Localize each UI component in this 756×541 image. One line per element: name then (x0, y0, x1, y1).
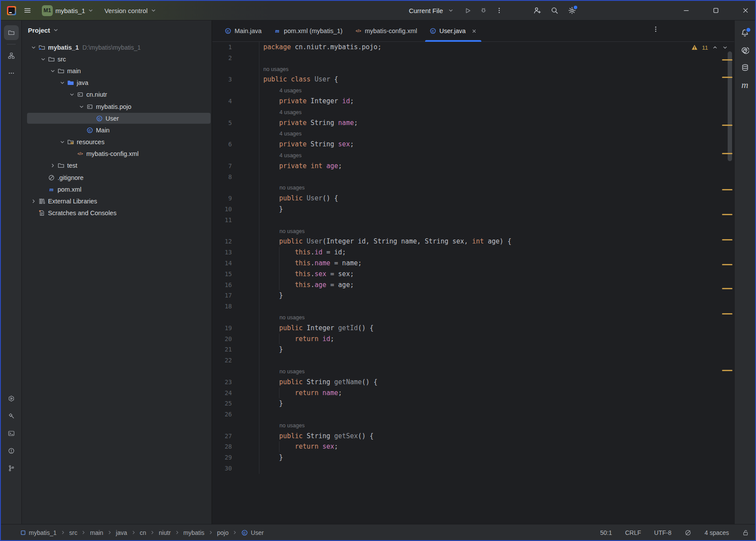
breadcrumb-item-mybatis-1[interactable]: mybatis_1 (20, 529, 57, 536)
code-line[interactable]: 30 (212, 463, 734, 474)
code-hint-row[interactable]: 4 usages (212, 107, 734, 118)
warning-stripe-mark[interactable] (722, 288, 732, 289)
build-tool-window-button[interactable] (4, 409, 19, 423)
line-number[interactable]: 3 (212, 74, 232, 85)
usages-hint-label[interactable]: no usages (263, 226, 305, 237)
warning-stripe-mark[interactable] (722, 125, 732, 126)
highlighting-level-icon[interactable] (684, 529, 691, 536)
maximize-button[interactable] (707, 2, 725, 19)
project-widget[interactable]: M1 mybatis_1 (39, 3, 97, 18)
line-ending[interactable]: CRLF (625, 529, 641, 536)
code-text[interactable]: private String name; (259, 118, 734, 128)
line-number[interactable]: 14 (212, 258, 232, 269)
code-text[interactable] (259, 301, 734, 312)
line-number[interactable]: 18 (212, 301, 232, 312)
code-hint-row[interactable]: 4 usages (212, 128, 734, 139)
code-line[interactable]: 3public class User { (212, 74, 734, 85)
tab-options-icon[interactable] (652, 26, 659, 33)
tree-item-java[interactable]: java (22, 77, 211, 89)
usages-hint[interactable]: no usages (259, 366, 734, 377)
code-hint-row[interactable]: 4 usages (212, 85, 734, 96)
code-text[interactable]: this.sex = sex; (259, 269, 734, 280)
usages-hint[interactable]: 4 usages (259, 150, 734, 161)
code-text[interactable] (259, 172, 734, 183)
code-text[interactable]: private Integer id; (259, 96, 734, 107)
code-text[interactable]: public User() { (259, 193, 734, 204)
breadcrumb-item-java[interactable]: java (116, 529, 127, 536)
warning-stripe-mark[interactable] (722, 313, 732, 314)
code-line[interactable]: 22 (212, 355, 734, 366)
code-line[interactable]: 16 this.age = age; (212, 280, 734, 291)
usages-hint-label[interactable]: 4 usages (263, 107, 302, 118)
breadcrumb-item-user[interactable]: CUser (241, 529, 264, 536)
line-number[interactable]: 1 (212, 42, 232, 53)
tree-item-main[interactable]: CMain (22, 124, 211, 136)
warning-stripe-mark[interactable] (722, 264, 732, 265)
tree-item-src[interactable]: src (22, 53, 211, 65)
line-number[interactable]: 19 (212, 323, 232, 334)
code-text[interactable]: return name; (259, 388, 734, 399)
usages-hint[interactable]: no usages (259, 420, 734, 431)
code-text[interactable]: this.name = name; (259, 258, 734, 269)
code-line[interactable]: 20 return id; (212, 334, 734, 345)
usages-hint-label[interactable]: no usages (263, 183, 305, 193)
code-line[interactable]: 10 } (212, 204, 734, 215)
code-line[interactable]: 5 private String name; (212, 118, 734, 128)
close-button[interactable] (737, 2, 754, 19)
chevron-down-icon[interactable] (58, 139, 67, 145)
code-text[interactable]: public Integer getId() { (259, 323, 734, 334)
code-line[interactable]: 4 private Integer id; (212, 96, 734, 107)
breadcrumb-item-niutr[interactable]: niutr (159, 529, 170, 536)
file-encoding[interactable]: UTF-8 (654, 529, 671, 536)
line-number[interactable]: 9 (212, 193, 232, 204)
line-number[interactable]: 7 (212, 161, 232, 172)
code-text[interactable]: private int age; (259, 161, 734, 172)
usages-hint[interactable]: 4 usages (259, 107, 734, 118)
tab-mybatis-config-xml[interactable]: </>mybatis-config.xml (349, 20, 423, 41)
code-text[interactable]: this.id = id; (259, 247, 734, 258)
usages-hint-label[interactable]: 4 usages (263, 128, 302, 139)
line-number[interactable]: 25 (212, 398, 232, 409)
breadcrumb-item-main[interactable]: main (90, 529, 103, 536)
indent-style[interactable]: 4 spaces (705, 529, 729, 536)
code-line[interactable]: 7 private int age; (212, 161, 734, 172)
tree-item-main[interactable]: main (22, 65, 211, 77)
breadcrumb-item-src[interactable]: src (69, 529, 78, 536)
warning-stripe-mark[interactable] (722, 189, 732, 190)
code-text[interactable]: public String getName() { (259, 377, 734, 388)
tree-item-pom-xml[interactable]: mpom.xml (22, 183, 211, 195)
chevron-down-icon[interactable] (38, 56, 48, 62)
tree-item-user[interactable]: CUser (22, 112, 211, 124)
code-line[interactable]: 28 return sex; (212, 441, 734, 452)
code-text[interactable] (259, 355, 734, 366)
usages-hint[interactable]: no usages (259, 64, 734, 74)
main-menu-icon[interactable] (20, 4, 34, 17)
tree-item-test[interactable]: test (22, 160, 211, 172)
line-number[interactable]: 15 (212, 269, 232, 280)
problems-tool-window-button[interactable] (4, 443, 19, 458)
code-line[interactable]: 8 (212, 172, 734, 183)
usages-hint[interactable]: 4 usages (259, 128, 734, 139)
code-text[interactable]: public class User { (259, 74, 734, 85)
usages-hint-label[interactable]: no usages (263, 366, 305, 377)
project-tool-window-button[interactable] (4, 25, 19, 40)
line-number[interactable]: 5 (212, 118, 232, 128)
line-number[interactable]: 17 (212, 290, 232, 301)
warning-stripe-mark[interactable] (722, 59, 732, 61)
previous-warning-icon[interactable] (712, 44, 718, 51)
maven-button[interactable]: m (738, 78, 753, 92)
tab-user-java[interactable]: CUser.java (423, 20, 483, 41)
settings-gear-icon[interactable] (566, 4, 578, 17)
code-text[interactable] (259, 53, 734, 64)
usages-hint[interactable]: no usages (259, 312, 734, 323)
code-text[interactable]: return sex; (259, 441, 734, 452)
code-line[interactable]: 13 this.id = id; (212, 247, 734, 258)
line-number[interactable]: 6 (212, 139, 232, 150)
code-hint-row[interactable]: 4 usages (212, 150, 734, 161)
tree-item-cn-niutr[interactable]: cn.niutr (22, 89, 211, 101)
line-number[interactable]: 4 (212, 96, 232, 107)
run-button[interactable] (462, 5, 473, 17)
usages-hint[interactable]: no usages (259, 182, 734, 193)
tree-item-mybatis-1[interactable]: mybatis_1D:\mybatis\mybatis_1 (22, 41, 211, 53)
code-line[interactable]: 11 (212, 215, 734, 226)
